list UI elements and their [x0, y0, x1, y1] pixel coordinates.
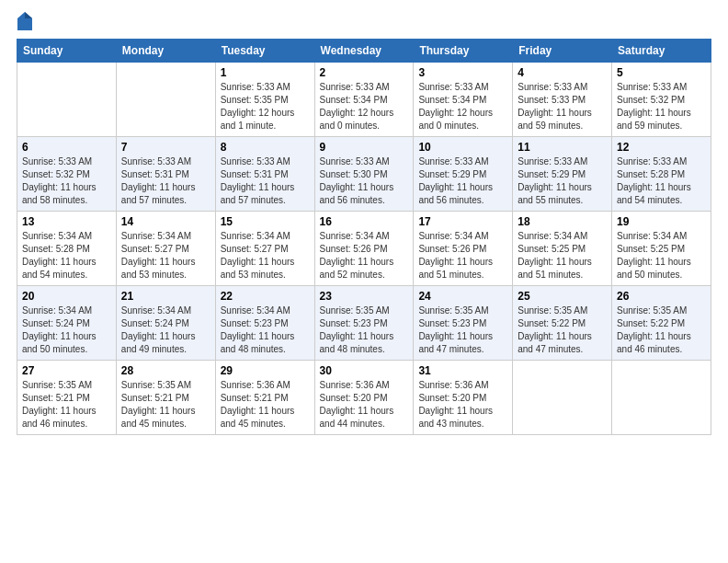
day-number: 12 — [617, 141, 706, 154]
calendar-cell: 22 Sunrise: 5:34 AMSunset: 5:23 PMDaylig… — [215, 286, 314, 361]
day-detail: Sunrise: 5:33 AMSunset: 5:32 PMDaylight:… — [22, 156, 97, 205]
calendar-cell: 10 Sunrise: 5:33 AMSunset: 5:29 PMDaylig… — [414, 137, 513, 212]
day-number: 9 — [320, 141, 409, 154]
day-detail: Sunrise: 5:33 AMSunset: 5:29 PMDaylight:… — [418, 156, 493, 205]
calendar-cell: 11 Sunrise: 5:33 AMSunset: 5:29 PMDaylig… — [513, 137, 612, 212]
page: Sunday Monday Tuesday Wednesday Thursday… — [0, 0, 728, 563]
weekday-header-row: Sunday Monday Tuesday Wednesday Thursday… — [17, 40, 711, 63]
day-number: 20 — [22, 290, 111, 303]
calendar-cell — [116, 63, 215, 137]
header-saturday: Saturday — [612, 40, 711, 63]
calendar-cell: 23 Sunrise: 5:35 AMSunset: 5:23 PMDaylig… — [314, 286, 414, 361]
day-number: 2 — [320, 66, 409, 79]
day-number: 22 — [221, 290, 310, 303]
day-detail: Sunrise: 5:35 AMSunset: 5:22 PMDaylight:… — [518, 305, 592, 354]
day-detail: Sunrise: 5:33 AMSunset: 5:31 PMDaylight:… — [221, 156, 295, 205]
day-number: 4 — [518, 66, 607, 79]
day-detail: Sunrise: 5:33 AMSunset: 5:30 PMDaylight:… — [320, 156, 394, 205]
day-number: 14 — [121, 215, 210, 228]
calendar-cell: 3 Sunrise: 5:33 AMSunset: 5:34 PMDayligh… — [414, 63, 513, 137]
day-number: 1 — [221, 66, 310, 79]
header-friday: Friday — [513, 40, 612, 63]
calendar-cell: 6 Sunrise: 5:33 AMSunset: 5:32 PMDayligh… — [17, 137, 117, 212]
day-number: 5 — [617, 66, 706, 79]
calendar-cell: 16 Sunrise: 5:34 AMSunset: 5:26 PMDaylig… — [314, 212, 414, 286]
day-detail: Sunrise: 5:34 AMSunset: 5:26 PMDaylight:… — [418, 231, 493, 280]
calendar-cell: 31 Sunrise: 5:36 AMSunset: 5:20 PMDaylig… — [414, 361, 513, 435]
calendar-cell: 17 Sunrise: 5:34 AMSunset: 5:26 PMDaylig… — [414, 212, 513, 286]
day-number: 15 — [221, 215, 310, 228]
day-detail: Sunrise: 5:34 AMSunset: 5:26 PMDaylight:… — [320, 231, 394, 280]
day-detail: Sunrise: 5:33 AMSunset: 5:29 PMDaylight:… — [518, 156, 592, 205]
day-number: 25 — [518, 290, 607, 303]
calendar-cell: 21 Sunrise: 5:34 AMSunset: 5:24 PMDaylig… — [116, 286, 215, 361]
day-detail: Sunrise: 5:34 AMSunset: 5:27 PMDaylight:… — [121, 231, 196, 280]
day-detail: Sunrise: 5:36 AMSunset: 5:20 PMDaylight:… — [418, 380, 493, 429]
day-detail: Sunrise: 5:36 AMSunset: 5:20 PMDaylight:… — [320, 380, 394, 429]
calendar-cell: 25 Sunrise: 5:35 AMSunset: 5:22 PMDaylig… — [513, 286, 612, 361]
day-detail: Sunrise: 5:36 AMSunset: 5:21 PMDaylight:… — [221, 380, 295, 429]
calendar-cell — [513, 361, 612, 435]
day-number: 16 — [320, 215, 409, 228]
day-detail: Sunrise: 5:33 AMSunset: 5:34 PMDaylight:… — [418, 82, 493, 131]
header-tuesday: Tuesday — [215, 40, 314, 63]
day-detail: Sunrise: 5:35 AMSunset: 5:21 PMDaylight:… — [22, 380, 97, 429]
logo — [17, 13, 35, 33]
calendar-week-row: 20 Sunrise: 5:34 AMSunset: 5:24 PMDaylig… — [17, 286, 711, 361]
day-number: 13 — [22, 215, 111, 228]
day-number: 11 — [518, 141, 607, 154]
day-number: 17 — [418, 215, 507, 228]
calendar-cell: 30 Sunrise: 5:36 AMSunset: 5:20 PMDaylig… — [314, 361, 414, 435]
header-sunday: Sunday — [17, 40, 117, 63]
day-number: 26 — [617, 290, 706, 303]
day-detail: Sunrise: 5:33 AMSunset: 5:35 PMDaylight:… — [221, 82, 295, 131]
calendar-cell: 20 Sunrise: 5:34 AMSunset: 5:24 PMDaylig… — [17, 286, 117, 361]
calendar-cell: 13 Sunrise: 5:34 AMSunset: 5:28 PMDaylig… — [17, 212, 117, 286]
day-number: 24 — [418, 290, 507, 303]
calendar-cell: 18 Sunrise: 5:34 AMSunset: 5:25 PMDaylig… — [513, 212, 612, 286]
svg-marker-1 — [25, 12, 32, 18]
day-number: 30 — [320, 364, 409, 377]
calendar-cell: 24 Sunrise: 5:35 AMSunset: 5:23 PMDaylig… — [414, 286, 513, 361]
calendar-cell: 9 Sunrise: 5:33 AMSunset: 5:30 PMDayligh… — [314, 137, 414, 212]
day-detail: Sunrise: 5:33 AMSunset: 5:34 PMDaylight:… — [320, 82, 394, 131]
day-detail: Sunrise: 5:33 AMSunset: 5:33 PMDaylight:… — [518, 82, 592, 131]
day-detail: Sunrise: 5:34 AMSunset: 5:28 PMDaylight:… — [22, 231, 97, 280]
calendar-week-row: 13 Sunrise: 5:34 AMSunset: 5:28 PMDaylig… — [17, 212, 711, 286]
day-detail: Sunrise: 5:33 AMSunset: 5:31 PMDaylight:… — [121, 156, 196, 205]
day-detail: Sunrise: 5:35 AMSunset: 5:23 PMDaylight:… — [320, 305, 394, 354]
day-detail: Sunrise: 5:35 AMSunset: 5:22 PMDaylight:… — [617, 305, 691, 354]
calendar-cell: 1 Sunrise: 5:33 AMSunset: 5:35 PMDayligh… — [215, 63, 314, 137]
day-number: 31 — [418, 364, 507, 377]
calendar-cell: 5 Sunrise: 5:33 AMSunset: 5:32 PMDayligh… — [612, 63, 711, 137]
logo-icon — [17, 11, 33, 31]
calendar-cell — [17, 63, 117, 137]
day-number: 27 — [22, 364, 111, 377]
header-thursday: Thursday — [414, 40, 513, 63]
day-number: 3 — [418, 66, 507, 79]
day-detail: Sunrise: 5:34 AMSunset: 5:27 PMDaylight:… — [221, 231, 295, 280]
day-detail: Sunrise: 5:35 AMSunset: 5:21 PMDaylight:… — [121, 380, 196, 429]
calendar-cell: 7 Sunrise: 5:33 AMSunset: 5:31 PMDayligh… — [116, 137, 215, 212]
day-number: 10 — [418, 141, 507, 154]
day-number: 21 — [121, 290, 210, 303]
day-number: 23 — [320, 290, 409, 303]
day-number: 28 — [121, 364, 210, 377]
day-number: 7 — [121, 141, 210, 154]
day-detail: Sunrise: 5:34 AMSunset: 5:23 PMDaylight:… — [221, 305, 295, 354]
calendar-week-row: 6 Sunrise: 5:33 AMSunset: 5:32 PMDayligh… — [17, 137, 711, 212]
day-detail: Sunrise: 5:34 AMSunset: 5:25 PMDaylight:… — [518, 231, 592, 280]
day-number: 29 — [221, 364, 310, 377]
day-detail: Sunrise: 5:34 AMSunset: 5:24 PMDaylight:… — [22, 305, 97, 354]
day-number: 18 — [518, 215, 607, 228]
calendar-cell: 15 Sunrise: 5:34 AMSunset: 5:27 PMDaylig… — [215, 212, 314, 286]
day-detail: Sunrise: 5:33 AMSunset: 5:32 PMDaylight:… — [617, 82, 691, 131]
calendar-cell: 19 Sunrise: 5:34 AMSunset: 5:25 PMDaylig… — [612, 212, 711, 286]
day-detail: Sunrise: 5:34 AMSunset: 5:25 PMDaylight:… — [617, 231, 691, 280]
header-wednesday: Wednesday — [314, 40, 414, 63]
calendar-cell: 2 Sunrise: 5:33 AMSunset: 5:34 PMDayligh… — [314, 63, 414, 137]
calendar-cell — [612, 361, 711, 435]
calendar-week-row: 1 Sunrise: 5:33 AMSunset: 5:35 PMDayligh… — [17, 63, 711, 137]
day-number: 19 — [617, 215, 706, 228]
calendar-cell: 8 Sunrise: 5:33 AMSunset: 5:31 PMDayligh… — [215, 137, 314, 212]
